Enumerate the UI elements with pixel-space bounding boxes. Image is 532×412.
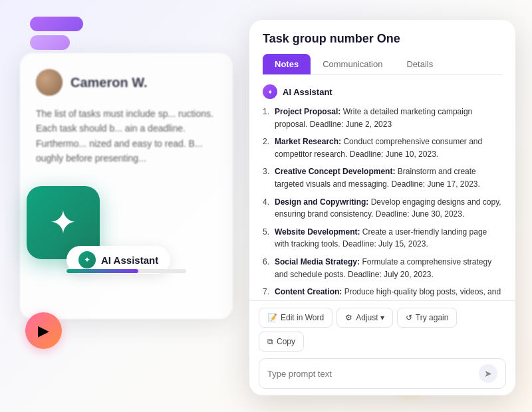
adjust-button[interactable]: ⚙ Adjust ▾ [336, 308, 393, 328]
try-again-button[interactable]: ↺ Try again [397, 308, 458, 328]
list-item: 6. Social Media Strategy: Formulate a co… [263, 256, 502, 280]
ai-label-text: AI Assistant [101, 255, 158, 266]
ai-badge-icon: ✦ [263, 84, 277, 99]
tabs: Notes Communication Details [263, 54, 502, 75]
ai-assistant-name: AI Assistant [283, 87, 332, 97]
user-name: Cameron W. [70, 75, 148, 90]
card-body-text: The list of tasks must include sp... ruc… [36, 106, 217, 166]
edit-icon: 📝 [267, 313, 277, 322]
copy-button[interactable]: ⧉ Copy [259, 332, 304, 352]
panel-header: Task group number One Notes Communicatio… [249, 20, 515, 75]
tab-communication[interactable]: Communication [311, 54, 394, 74]
panel-title: Task group number One [263, 32, 502, 46]
progress-fill [66, 269, 138, 273]
list-item: 4. Design and Copywriting: Develop engag… [263, 196, 502, 221]
send-button[interactable]: ➤ [479, 364, 497, 383]
tab-details[interactable]: Details [394, 54, 445, 74]
progress-bar-container [66, 269, 186, 273]
tab-notes[interactable]: Notes [263, 54, 311, 74]
task-list: 1. Project Proposal: Write a detailed ma… [263, 106, 502, 300]
prompt-input-row: ➤ [259, 358, 506, 389]
adjust-icon: ⚙ [345, 313, 352, 322]
user-row: Cameron W. [36, 69, 217, 96]
ai-icon: ✦ [78, 251, 96, 268]
panel-footer: 📝 Edit in Word ⚙ Adjust ▾ ↺ Try again ⧉ … [249, 300, 515, 395]
avatar [36, 69, 63, 96]
panel-body: ✦ AI Assistant 1. Project Proposal: Writ… [249, 75, 515, 300]
list-item: 2. Market Research: Conduct comprehensiv… [263, 136, 502, 160]
retry-icon: ↺ [406, 313, 412, 322]
list-item: 1. Project Proposal: Write a detailed ma… [263, 106, 502, 130]
action-buttons: 📝 Edit in Word ⚙ Adjust ▾ ↺ Try again ⧉ … [259, 308, 506, 352]
edit-in-word-button[interactable]: 📝 Edit in Word [259, 308, 332, 328]
list-item: 5. Website Development: Create a user-fr… [263, 226, 502, 251]
prompt-input[interactable] [267, 369, 473, 379]
list-item: 3. Creative Concept Development: Brainst… [263, 165, 502, 190]
decorative-pills [30, 17, 83, 50]
list-item: 7. Content Creation: Produce high-qualit… [263, 286, 502, 300]
chatgpt-icon: ✦ [49, 203, 77, 242]
play-button-decoration: ▶ [25, 312, 62, 349]
copy-icon: ⧉ [267, 337, 273, 346]
main-panel: Task group number One Notes Communicatio… [249, 20, 515, 395]
ai-header: ✦ AI Assistant [263, 84, 502, 99]
progress-track [66, 269, 186, 273]
